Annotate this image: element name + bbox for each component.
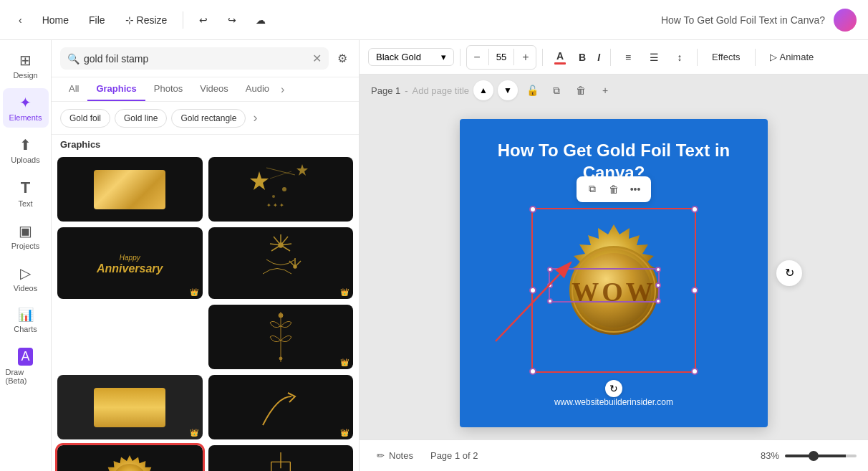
svg-text:✦ ✦ ✦: ✦ ✦ ✦ <box>266 202 284 209</box>
list-item[interactable]: 👑 <box>208 445 354 471</box>
animate-button[interactable]: ▷ Animate <box>761 49 823 65</box>
sidebar-item-draw[interactable]: A Draw (Beta) <box>3 342 49 391</box>
notes-icon: ✏ <box>377 450 385 461</box>
tab-audio[interactable]: Audio <box>237 77 278 101</box>
refresh-button[interactable]: ↻ <box>776 260 802 286</box>
text-color-button[interactable]: A <box>549 46 572 69</box>
svg-line-3 <box>270 171 291 179</box>
canvas-url: www.websitebuilderinsider.com <box>554 397 673 407</box>
list-item[interactable]: 👑 <box>208 227 354 299</box>
page-indicator: Page 1 of 2 <box>430 450 478 461</box>
search-input[interactable] <box>84 53 308 65</box>
handle-bottom-right[interactable] <box>691 368 698 375</box>
tab-all[interactable]: All <box>60 77 87 101</box>
canvas-area: Black Gold ▾ − 55 + A B I ≡ ☰ ↕ <box>360 40 868 471</box>
arrow-graphic <box>249 375 313 439</box>
font-size-decrease-button[interactable]: − <box>467 46 487 69</box>
top-navigation: ‹ Home File ⊹ Resize ↩ ↪ ☁ How To Get Go… <box>0 0 868 40</box>
selected-element[interactable]: ⧉ 🗑 ••• <box>531 208 696 373</box>
search-clear-icon[interactable]: ✕ <box>312 52 322 65</box>
page-title: How To Get Gold Foil Text in Canva? <box>661 14 825 26</box>
sidebar-item-elements[interactable]: ✦ Elements <box>3 88 49 128</box>
page-down-button[interactable]: ▼ <box>498 80 518 100</box>
lock-icon-button[interactable]: 🔓 <box>522 80 542 100</box>
zoom-slider[interactable] <box>785 455 857 457</box>
align-button[interactable]: ≡ <box>617 46 640 69</box>
sidebar-item-projects[interactable]: ▣ Projects <box>3 217 49 256</box>
sidebar-label-charts: Charts <box>14 325 37 333</box>
delete-icon-button[interactable]: 🗑 <box>571 80 591 100</box>
resize-button[interactable]: ⊹ Resize <box>118 10 175 30</box>
redo-button[interactable]: ↪ <box>221 9 243 32</box>
italic-button[interactable]: I <box>593 49 604 66</box>
chip-gold-rectangle[interactable]: Gold rectangle <box>171 109 246 128</box>
tabs-more-icon[interactable]: › <box>281 83 284 96</box>
list-item[interactable]: 👑 <box>208 375 354 439</box>
spacing-button[interactable]: ↕ <box>668 46 691 69</box>
handle-top-right[interactable] <box>691 206 698 213</box>
page-up-button[interactable]: ▲ <box>473 80 493 100</box>
page-dash: - <box>405 85 408 96</box>
gold-rect-graphic <box>94 170 165 209</box>
handle-top-left[interactable] <box>529 206 536 213</box>
sidebar-label-uploads: Uploads <box>11 156 39 164</box>
search-filter-icon[interactable]: ⚙ <box>334 49 350 68</box>
sidebar-label-elements: Elements <box>9 113 42 122</box>
tab-photos[interactable]: Photos <box>145 77 191 101</box>
editor-toolbar: Black Gold ▾ − 55 + A B I ≡ ☰ ↕ <box>360 40 868 75</box>
cloud-button[interactable]: ☁ <box>249 9 272 32</box>
home-button[interactable]: Home <box>35 10 76 30</box>
uploads-icon: ⬆ <box>19 136 32 153</box>
search-bar: 🔍 ✕ ⚙ <box>52 40 359 77</box>
sidebar-item-charts[interactable]: 📊 Charts <box>3 301 49 339</box>
list-button[interactable]: ☰ <box>642 46 665 69</box>
page-label: Page 1 <box>371 85 400 96</box>
chips-more-icon[interactable]: › <box>250 108 260 128</box>
handle-bottom-left[interactable] <box>529 368 536 375</box>
back-button[interactable]: ‹ <box>11 10 29 30</box>
divider <box>755 49 756 66</box>
gold-stars-graphic: ✦ ✦ ✦ <box>245 161 317 218</box>
list-item[interactable]: 👑 <box>57 445 203 471</box>
font-size-increase-button[interactable]: + <box>516 46 536 69</box>
svg-marker-1 <box>296 164 308 176</box>
design-icon: ⊞ <box>19 52 32 69</box>
list-item[interactable]: Happy Anniversary 👑 <box>57 227 203 299</box>
canvas-page: How To Get Gold Foil Text in Canva? ⧉ 🗑 … <box>460 119 768 427</box>
delete-button[interactable]: 🗑 <box>604 179 624 199</box>
sidebar-item-design[interactable]: ⊞ Design <box>3 46 49 85</box>
sidebar-item-uploads[interactable]: ⬆ Uploads <box>3 130 49 170</box>
svg-point-4 <box>282 187 286 191</box>
premium-badge: 👑 <box>190 288 198 296</box>
file-button[interactable]: File <box>82 10 112 30</box>
bold-button[interactable]: B <box>574 49 590 66</box>
font-family-selector[interactable]: Black Gold ▾ <box>368 48 454 66</box>
list-item[interactable]: 👑 <box>208 305 354 369</box>
sidebar-item-videos[interactable]: ▷ Videos <box>3 259 49 298</box>
tab-graphics[interactable]: Graphics <box>87 77 145 101</box>
list-item[interactable] <box>57 157 203 222</box>
notes-button[interactable]: ✏ Notes <box>371 447 419 464</box>
add-page-button[interactable]: + <box>595 80 615 100</box>
list-item[interactable]: ✦ ✦ ✦ <box>208 157 354 222</box>
charts-icon: 📊 <box>18 307 34 323</box>
handle-middle-left[interactable] <box>529 287 536 294</box>
sidebar-item-text[interactable]: T Text <box>3 173 49 214</box>
copy-button[interactable]: ⧉ <box>582 179 602 199</box>
list-item[interactable]: 👑 <box>57 375 203 439</box>
effects-button[interactable]: Effects <box>703 49 749 65</box>
rotate-handle[interactable]: ↻ <box>605 380 622 397</box>
chip-gold-foil[interactable]: Gold foil <box>60 109 110 128</box>
sidebar-label-text: Text <box>18 199 32 208</box>
more-options-button[interactable]: ••• <box>625 179 645 199</box>
add-page-title[interactable]: Add page title <box>413 85 470 96</box>
duplicate-icon-button[interactable]: ⧉ <box>546 80 566 100</box>
search-input-wrap: 🔍 ✕ <box>60 47 329 70</box>
floral-graphic <box>249 305 313 369</box>
chip-gold-line[interactable]: Gold line <box>115 109 167 128</box>
handle-middle-right[interactable] <box>691 287 698 294</box>
tab-videos[interactable]: Videos <box>191 77 237 101</box>
gold-rect2-graphic <box>94 388 165 427</box>
selection-toolbar: ⧉ 🗑 ••• <box>577 176 651 202</box>
undo-button[interactable]: ↩ <box>192 9 215 32</box>
